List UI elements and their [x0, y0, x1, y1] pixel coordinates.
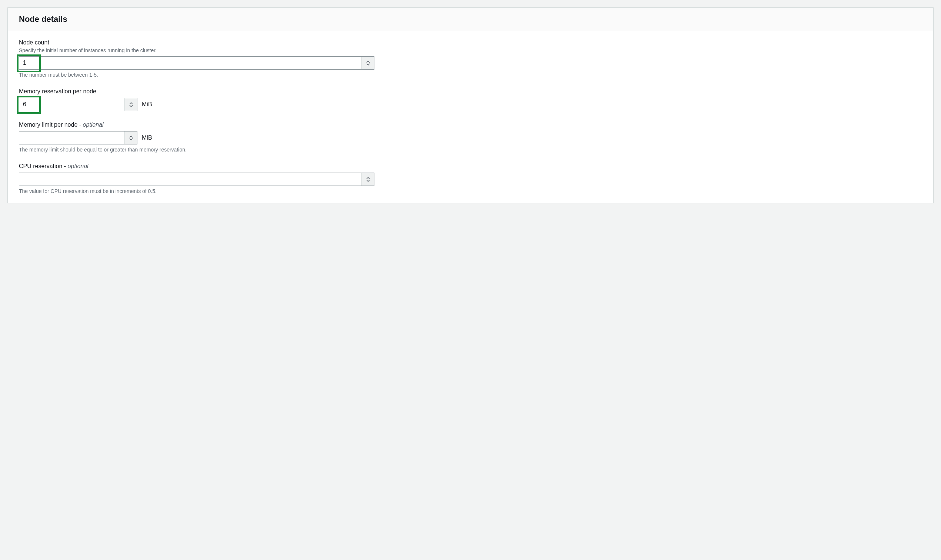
- cpu-reservation-input[interactable]: [19, 173, 361, 186]
- panel-body: Node count Specify the initial number of…: [8, 31, 933, 203]
- node-details-panel: Node details Node count Specify the init…: [8, 8, 933, 203]
- node-count-description: Specify the initial number of instances …: [19, 48, 922, 53]
- chevron-up-icon: [366, 61, 370, 63]
- cpu-reservation-constraint: The value for CPU reservation must be in…: [19, 188, 922, 194]
- memory-limit-label-optional: optional: [83, 122, 104, 128]
- cpu-reservation-label-optional: optional: [68, 163, 89, 169]
- cpu-reservation-input-wrapper: [19, 172, 374, 186]
- panel-header: Node details: [8, 8, 933, 31]
- memory-reservation-group: Memory reservation per node MiB: [19, 88, 922, 111]
- memory-limit-stepper[interactable]: [125, 131, 137, 144]
- chevron-up-icon: [129, 102, 133, 105]
- memory-limit-group: Memory limit per node - optional MiB The…: [19, 122, 922, 152]
- memory-reservation-input-wrapper: [19, 98, 137, 111]
- chevron-up-icon: [366, 177, 370, 179]
- chevron-up-icon: [129, 135, 133, 138]
- node-count-label: Node count: [19, 39, 922, 46]
- chevron-down-icon: [129, 105, 133, 107]
- memory-limit-input[interactable]: [19, 131, 125, 144]
- memory-reservation-unit: MiB: [142, 101, 152, 108]
- memory-limit-unit: MiB: [142, 134, 152, 141]
- node-count-stepper[interactable]: [361, 57, 374, 69]
- memory-limit-input-wrapper: [19, 131, 137, 145]
- node-count-input[interactable]: [19, 57, 361, 69]
- memory-limit-label: Memory limit per node - optional: [19, 122, 922, 128]
- chevron-down-icon: [366, 180, 370, 182]
- memory-reservation-stepper[interactable]: [125, 98, 137, 111]
- node-count-constraint: The number must be between 1-5.: [19, 72, 922, 78]
- cpu-reservation-label-main: CPU reservation -: [19, 163, 68, 169]
- chevron-down-icon: [366, 63, 370, 66]
- panel-title: Node details: [19, 14, 922, 24]
- memory-limit-label-main: Memory limit per node -: [19, 122, 83, 128]
- memory-reservation-label: Memory reservation per node: [19, 88, 922, 95]
- cpu-reservation-group: CPU reservation - optional The value for…: [19, 163, 922, 194]
- node-count-group: Node count Specify the initial number of…: [19, 39, 922, 78]
- memory-reservation-input[interactable]: [19, 98, 125, 111]
- cpu-reservation-label: CPU reservation - optional: [19, 163, 922, 170]
- memory-limit-constraint: The memory limit should be equal to or g…: [19, 147, 922, 152]
- node-count-input-wrapper: [19, 56, 374, 70]
- chevron-down-icon: [129, 138, 133, 140]
- cpu-reservation-stepper[interactable]: [361, 173, 374, 186]
